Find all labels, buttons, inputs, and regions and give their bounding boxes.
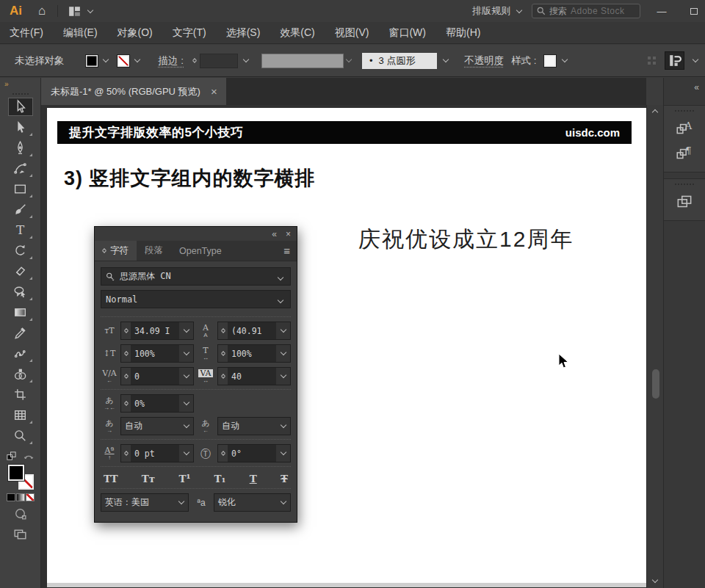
chevron-down-icon[interactable] (179, 395, 193, 412)
language-field[interactable]: 英语：美国 (101, 493, 189, 512)
tab-opentype[interactable]: OpenType (171, 241, 230, 261)
panel-minimize-icon[interactable] (103, 249, 106, 253)
touch-workspace-icon[interactable] (648, 57, 656, 65)
stroke-weight-stepper[interactable] (189, 59, 200, 62)
menu-window[interactable]: 窗口(W) (388, 26, 426, 40)
document-tab[interactable]: 未标题-1* @ 50% (RGB/GPU 预览) × (41, 78, 226, 105)
tool-curvature[interactable] (8, 159, 33, 178)
menu-type[interactable]: 文字(T) (173, 26, 206, 40)
tool-gradient[interactable] (8, 303, 33, 322)
chevron-down-icon[interactable] (179, 368, 193, 385)
menu-view[interactable]: 视图(V) (335, 26, 369, 40)
tracking-value[interactable]: 40 (228, 368, 276, 385)
gradient-button[interactable] (16, 493, 25, 501)
vertical-scrollbar[interactable] (646, 105, 663, 588)
aki-left-field[interactable]: 自动 (120, 417, 194, 435)
tool-pen[interactable] (8, 139, 33, 157)
menu-help[interactable]: 帮助(H) (446, 26, 480, 40)
tool-artboard[interactable] (8, 385, 33, 404)
strikethrough-button[interactable]: Ŧ (281, 473, 288, 484)
tool-rotate[interactable] (8, 242, 33, 260)
stepper[interactable] (218, 345, 228, 362)
sample-text-object[interactable]: 庆祝优设成立12周年 (358, 225, 574, 255)
chevron-down-icon[interactable] (276, 322, 290, 339)
tab-character[interactable]: 字符 (95, 241, 137, 261)
chevron-down-icon[interactable] (174, 494, 188, 511)
home-icon[interactable]: ⌂ (38, 4, 46, 18)
aki-right-field[interactable]: 自动 (217, 417, 291, 435)
stepper[interactable] (218, 445, 228, 462)
paragraph-panel-dock-icon[interactable]: ¶ (670, 141, 699, 166)
menu-select[interactable]: 选择(S) (226, 26, 261, 40)
menu-object[interactable]: 对象(O) (118, 26, 153, 40)
panel-close-icon[interactable]: × (286, 229, 291, 239)
tsume-field[interactable]: 0% (120, 394, 194, 413)
font-style-field[interactable]: Normal (101, 290, 291, 308)
draw-mode-button[interactable] (8, 504, 33, 523)
none-button[interactable] (26, 493, 35, 501)
tool-zoom[interactable] (8, 427, 33, 445)
tools-drag-handle[interactable] (12, 93, 29, 95)
chevron-down-icon[interactable] (179, 418, 193, 435)
chevron-down-icon[interactable] (275, 269, 286, 283)
character-panel-dock-icon[interactable]: A (670, 116, 699, 141)
tracking-field[interactable]: 40 (217, 367, 291, 385)
maximize-button[interactable] (683, 4, 705, 18)
tool-eraser[interactable] (8, 262, 33, 280)
menu-file[interactable]: 文件(F) (10, 26, 43, 40)
superscript-button[interactable]: T¹ (178, 473, 190, 484)
kerning-value[interactable]: 0 (131, 368, 179, 385)
stepper[interactable] (218, 322, 228, 339)
tool-selection[interactable] (8, 98, 33, 116)
tool-blend[interactable] (8, 344, 33, 363)
tool-bubble-selection[interactable] (8, 283, 33, 301)
horizontal-scale-field[interactable]: 100% (217, 344, 291, 363)
dock-drag-handle[interactable] (675, 184, 694, 185)
chevron-down-icon[interactable] (276, 368, 290, 385)
stepper[interactable] (121, 345, 131, 362)
font-family-field[interactable]: 思源黑体 CN (101, 267, 291, 286)
anti-alias-field[interactable]: 锐化 (214, 493, 291, 512)
scroll-up-icon[interactable] (652, 109, 658, 115)
tsume-value[interactable]: 0% (131, 395, 179, 412)
panel-collapse-icon[interactable]: « (272, 229, 277, 239)
stepper[interactable] (121, 322, 131, 339)
chevron-down-icon[interactable] (179, 322, 193, 339)
char-rotation-value[interactable]: 0° (228, 445, 276, 462)
artboards-panel-dock-icon[interactable] (670, 189, 699, 214)
baseline-shift-value[interactable]: 0 pt (131, 445, 179, 462)
stroke-weight-value[interactable] (200, 54, 238, 68)
screen-mode-button[interactable] (8, 525, 33, 543)
horizontal-scrollbar[interactable] (47, 583, 646, 587)
panel-workspace-button[interactable] (665, 51, 684, 70)
chevron-down-icon[interactable] (276, 445, 290, 462)
stepper[interactable] (121, 368, 131, 385)
opacity-link[interactable]: 不透明度 (464, 54, 504, 68)
font-size-field[interactable]: 34.09 I (120, 322, 194, 340)
dock-collapse-button[interactable]: « (664, 78, 705, 105)
banner-artwork[interactable]: 提升文字排版效率的5个小技巧 uisdc.com (57, 121, 632, 144)
arrange-documents-icon[interactable] (67, 4, 93, 19)
width-profile-dropdown[interactable] (261, 54, 344, 68)
fill-indicator[interactable] (8, 465, 24, 481)
dock-drag-handle[interactable] (675, 110, 694, 112)
chevron-down-icon[interactable] (276, 418, 290, 435)
stepper[interactable] (121, 445, 131, 462)
tab-close-icon[interactable]: × (211, 85, 217, 98)
scroll-down-icon[interactable] (652, 577, 658, 583)
stepper[interactable] (121, 395, 131, 412)
chevron-down-icon[interactable] (276, 345, 290, 362)
tab-paragraph[interactable]: 段落 (137, 241, 171, 261)
tool-paintbrush[interactable] (8, 200, 33, 219)
default-fill-stroke-icon[interactable] (6, 451, 17, 462)
scrollbar-thumb[interactable] (652, 369, 659, 399)
style-swatch[interactable] (543, 54, 557, 68)
leading-value[interactable]: (40.91 (228, 322, 276, 339)
stroke-color-swatch[interactable] (117, 54, 130, 68)
panel-menu-icon[interactable]: ≡ (277, 241, 297, 261)
brush-definition-dropdown[interactable]: • 3 点圆形 (362, 53, 437, 69)
stepper[interactable] (218, 368, 228, 385)
chevron-down-icon[interactable] (179, 445, 193, 462)
workspace-switcher[interactable]: 排版规则 (472, 4, 521, 18)
tool-rectangle[interactable] (8, 180, 33, 198)
